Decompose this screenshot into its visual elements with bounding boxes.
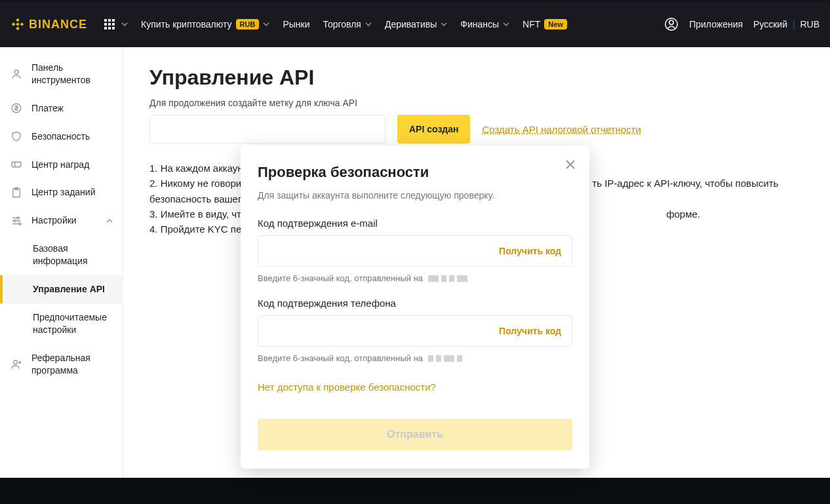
email-code-helper: Введите 6-значный код, отправленный на — [258, 273, 572, 283]
sidebar-item-security[interactable]: Безопасность — [0, 123, 123, 151]
get-phone-code-button[interactable]: Получить код — [488, 316, 572, 346]
svg-rect-6 — [104, 27, 107, 29]
chevron-down-icon — [503, 22, 509, 26]
chevron-up-icon — [106, 219, 113, 223]
rule-text: 2. Никому не говорите — [149, 178, 251, 189]
nav-markets-label: Рынки — [283, 19, 309, 29]
sidebar-item-payment[interactable]: Платеж — [0, 94, 123, 123]
nav-finance[interactable]: Финансы — [454, 1, 516, 47]
nav-language[interactable]: Русский — [753, 19, 787, 29]
helper-text: Введите 6-значный код, отправленный на — [258, 353, 423, 363]
sidebar-item-label: Реферальная программа — [31, 352, 113, 377]
rule-text: 4. Пройдите KYC пере — [149, 223, 252, 235]
api-label-hint: Для продолжения создайте метку для ключа… — [149, 98, 804, 108]
new-badge: New — [544, 19, 567, 29]
sidebar-item-label: Центр наград — [31, 159, 113, 171]
ticket-icon — [10, 159, 22, 170]
user-card-icon — [10, 68, 22, 80]
sidebar-item-label: Настройки — [31, 214, 97, 227]
svg-rect-1 — [108, 19, 111, 22]
phone-code-input[interactable] — [258, 316, 488, 346]
chevron-down-icon — [441, 22, 447, 26]
sidebar-item-rewards[interactable]: Центр наград — [0, 151, 123, 179]
nav-markets[interactable]: Рынки — [276, 1, 316, 47]
sidebar-item-label: Панель инструментов — [31, 62, 113, 87]
svg-point-10 — [669, 20, 673, 24]
svg-rect-8 — [112, 27, 115, 29]
helper-text: Введите 6-значный код, отправленный на — [258, 273, 423, 283]
nav-trade-label: Торговля — [323, 19, 361, 29]
currency-badge: RUB — [236, 19, 260, 29]
create-api-button[interactable]: API создан — [397, 115, 470, 144]
nav-finance-label: Финансы — [460, 19, 499, 29]
submit-button[interactable]: Отправить — [258, 419, 572, 450]
sidebar-item-basic-info[interactable]: Базовая информация — [0, 235, 123, 275]
sidebar-item-dashboard[interactable]: Панель инструментов — [0, 54, 123, 94]
sidebar-item-label: Безопасность — [31, 130, 113, 143]
svg-rect-7 — [108, 27, 111, 29]
sidebar-item-referral[interactable]: Реферальная программа — [0, 344, 123, 385]
sidebar-item-label: Предпочитаемые настройки — [33, 311, 113, 336]
top-nav: BINANCE Купить криптовалюту RUB Рынки То… — [0, 0, 830, 47]
sidebar-item-label: Центр заданий — [31, 186, 113, 199]
nav-currency[interactable]: RUB — [800, 19, 820, 29]
shield-icon — [10, 130, 22, 142]
sidebar-item-api-management[interactable]: Управление API — [0, 275, 123, 303]
masked-email — [428, 275, 467, 282]
clipboard-icon — [10, 187, 22, 199]
sidebar-item-preferences[interactable]: Предпочитаемые настройки — [0, 303, 123, 344]
dollar-icon — [10, 102, 22, 114]
rule-text: форме. — [666, 208, 700, 220]
chevron-down-icon — [263, 22, 269, 26]
nav-trade[interactable]: Торговля — [316, 1, 378, 47]
nav-derivatives[interactable]: Деривативы — [378, 1, 454, 47]
phone-code-helper: Введите 6-значный код, отправленный на — [258, 353, 572, 363]
svg-point-17 — [14, 220, 16, 222]
brand-logo[interactable]: BINANCE — [10, 17, 87, 31]
modal-title: Проверка безопасности — [258, 164, 572, 181]
email-code-label: Код подтверждения e-mail — [258, 218, 572, 229]
user-icon[interactable] — [664, 17, 679, 31]
footer — [0, 478, 830, 504]
nav-nft[interactable]: NFT New — [516, 1, 574, 47]
phone-code-label: Код подтверждения телефона — [258, 298, 572, 309]
email-code-input[interactable] — [258, 236, 488, 266]
nav-derivatives-label: Деривативы — [385, 19, 437, 29]
apps-grid-menu[interactable] — [98, 1, 134, 47]
nav-buy-label: Купить криптовалюту — [141, 19, 232, 29]
page-title: Управление API — [149, 66, 804, 90]
modal-subtitle: Для защиты аккаунта выполните следующую … — [258, 190, 572, 201]
nav-apps[interactable]: Приложения — [689, 19, 743, 29]
get-email-code-button[interactable]: Получить код — [488, 236, 572, 266]
no-access-link[interactable]: Нет доступа к проверке безопасности? — [258, 381, 436, 393]
sidebar-item-label: Управление API — [33, 283, 113, 296]
close-button[interactable] — [564, 159, 576, 173]
svg-rect-3 — [104, 23, 107, 26]
sidebar-item-label: Платеж — [31, 102, 113, 115]
rule-text: 1. На каждом аккаунт — [149, 163, 248, 174]
svg-rect-5 — [112, 23, 115, 26]
create-tax-api-link[interactable]: Создать API налоговой отчетности — [482, 124, 641, 135]
sidebar-item-settings[interactable]: Настройки — [0, 206, 123, 235]
svg-point-11 — [14, 70, 18, 74]
svg-point-19 — [14, 360, 18, 364]
nav-nft-label: NFT — [523, 19, 540, 29]
svg-point-18 — [19, 223, 21, 225]
sidebar: Панель инструментов Платеж Безопасность … — [0, 47, 123, 478]
chevron-down-icon — [121, 22, 128, 26]
binance-logo-icon — [10, 17, 25, 31]
user-plus-icon — [10, 359, 22, 370]
lang-currency-separator: | — [793, 19, 795, 29]
svg-rect-13 — [12, 162, 21, 167]
nav-buy-crypto[interactable]: Купить криптовалюту RUB — [134, 1, 276, 47]
sliders-icon — [10, 215, 22, 227]
svg-rect-4 — [108, 23, 111, 26]
chevron-down-icon — [365, 22, 372, 26]
sidebar-item-label: Базовая информация — [33, 242, 113, 267]
sidebar-item-tasks[interactable]: Центр заданий — [0, 178, 123, 206]
svg-rect-0 — [104, 19, 107, 22]
api-label-input[interactable] — [149, 115, 385, 144]
close-icon — [564, 159, 576, 170]
svg-point-16 — [17, 217, 19, 219]
svg-rect-2 — [112, 19, 115, 22]
